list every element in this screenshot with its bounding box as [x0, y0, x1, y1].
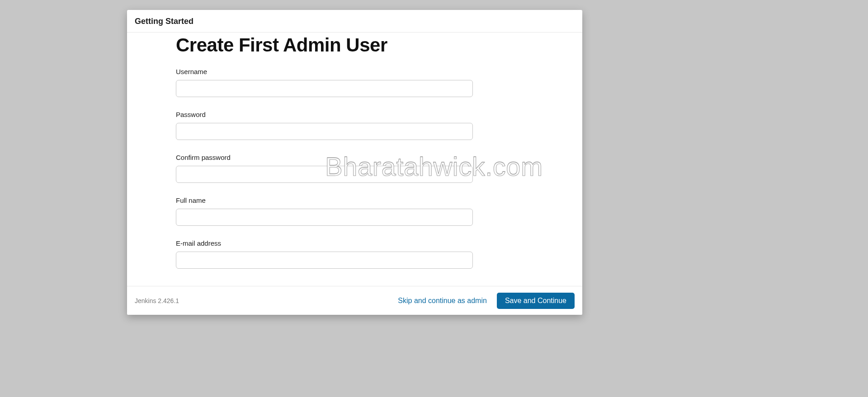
username-input[interactable]	[176, 80, 473, 97]
page-title: Create First Admin User	[176, 34, 533, 56]
confirm-password-label: Confirm password	[176, 154, 473, 161]
modal-header: Getting Started	[127, 10, 582, 33]
modal-body[interactable]: Create First Admin User Username Passwor…	[127, 33, 582, 286]
field-group-confirm-password: Confirm password	[176, 154, 473, 183]
modal-header-title: Getting Started	[135, 17, 575, 26]
scroll-spacer	[176, 282, 533, 286]
password-label: Password	[176, 111, 473, 118]
confirm-password-input[interactable]	[176, 166, 473, 183]
modal-footer: Jenkins 2.426.1 Skip and continue as adm…	[127, 286, 582, 315]
email-label: E-mail address	[176, 239, 473, 247]
field-group-fullname: Full name	[176, 196, 473, 226]
fullname-input[interactable]	[176, 209, 473, 226]
save-and-continue-button[interactable]: Save and Continue	[497, 293, 575, 309]
fullname-label: Full name	[176, 196, 473, 204]
password-input[interactable]	[176, 123, 473, 140]
field-group-password: Password	[176, 111, 473, 140]
version-text: Jenkins 2.426.1	[135, 297, 179, 304]
skip-and-continue-button[interactable]: Skip and continue as admin	[398, 297, 487, 305]
username-label: Username	[176, 68, 473, 75]
field-group-email: E-mail address	[176, 239, 473, 269]
field-group-username: Username	[176, 68, 473, 97]
email-input[interactable]	[176, 252, 473, 269]
setup-wizard-modal: Getting Started Create First Admin User …	[127, 10, 582, 315]
modal-body-wrapper: Create First Admin User Username Passwor…	[127, 33, 582, 286]
